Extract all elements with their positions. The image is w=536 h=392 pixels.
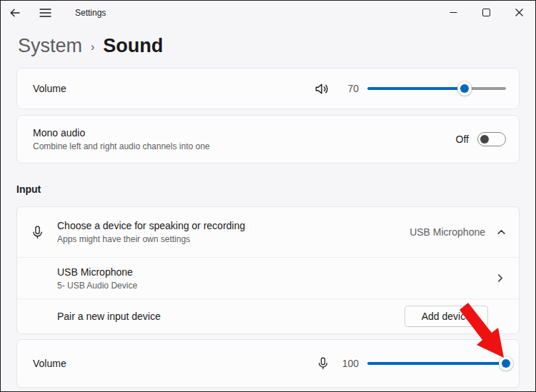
close-button[interactable] (502, 1, 535, 24)
usb-microphone-subtitle: 5- USB Audio Device (57, 281, 137, 291)
output-volume-value: 70 (340, 83, 359, 94)
slider-track[interactable] (367, 87, 506, 90)
chevron-right-icon (495, 273, 505, 283)
input-device-picker-row[interactable]: Choose a device for speaking or recordin… (17, 207, 519, 257)
mono-audio-row: Mono audio Combine left and right audio … (16, 115, 520, 164)
speaker-icon (314, 81, 330, 97)
input-volume-row: Volume 100 (16, 339, 520, 388)
input-volume-slider[interactable] (367, 356, 506, 371)
toggle-knob (480, 135, 489, 144)
input-volume-slider-thumb[interactable] (499, 356, 513, 371)
titlebar: Settings (1, 1, 535, 25)
minimize-button[interactable] (437, 1, 470, 24)
add-device-button[interactable]: Add device (405, 306, 488, 327)
back-arrow-icon (9, 7, 21, 19)
input-device-group: Choose a device for speaking or recordin… (16, 206, 520, 334)
breadcrumb: System › Sound (18, 31, 535, 61)
mono-audio-subtitle: Combine left and right audio channels in… (33, 141, 210, 151)
input-volume-label: Volume (33, 358, 66, 369)
selected-input-device: USB Microphone (410, 226, 485, 238)
input-volume-value: 100 (340, 358, 359, 369)
caption-buttons (437, 1, 535, 24)
chevron-up-icon[interactable] (497, 228, 506, 237)
app-title: Settings (75, 8, 106, 18)
output-volume-slider[interactable] (367, 81, 506, 96)
slider-fill (367, 362, 506, 365)
hamburger-icon (39, 8, 51, 18)
usb-microphone-row[interactable]: USB Microphone 5- USB Audio Device (17, 257, 519, 298)
usb-microphone-title: USB Microphone (57, 266, 137, 278)
maximize-button[interactable] (470, 1, 502, 24)
breadcrumb-system[interactable]: System (18, 35, 82, 57)
microphone-icon (316, 356, 330, 371)
back-button[interactable] (4, 4, 26, 22)
pair-device-row: Pair a new input device Add device (17, 298, 519, 333)
breadcrumb-separator-icon: › (91, 41, 94, 54)
output-volume-row: Volume 70 (16, 68, 520, 109)
menu-button[interactable] (34, 4, 56, 22)
mono-audio-toggle[interactable] (477, 132, 506, 146)
input-section-header: Input (16, 184, 520, 198)
mono-audio-state-label: Off (456, 134, 469, 145)
maximize-icon (482, 9, 490, 16)
settings-window: Settings System › Sound Volume 70 (0, 0, 536, 392)
close-icon (515, 9, 523, 16)
picker-subtitle: Apps might have their own settings (57, 234, 245, 244)
output-volume-label: Volume (33, 83, 66, 94)
pair-device-label: Pair a new input device (57, 311, 161, 322)
microphone-icon (30, 224, 45, 241)
slider-track[interactable] (367, 362, 506, 365)
page-title: Sound (103, 35, 163, 57)
picker-title: Choose a device for speaking or recordin… (57, 220, 245, 231)
minimize-icon (450, 9, 457, 16)
mono-audio-title: Mono audio (33, 127, 210, 139)
slider-fill (367, 87, 465, 90)
output-volume-slider-thumb[interactable] (457, 81, 472, 96)
